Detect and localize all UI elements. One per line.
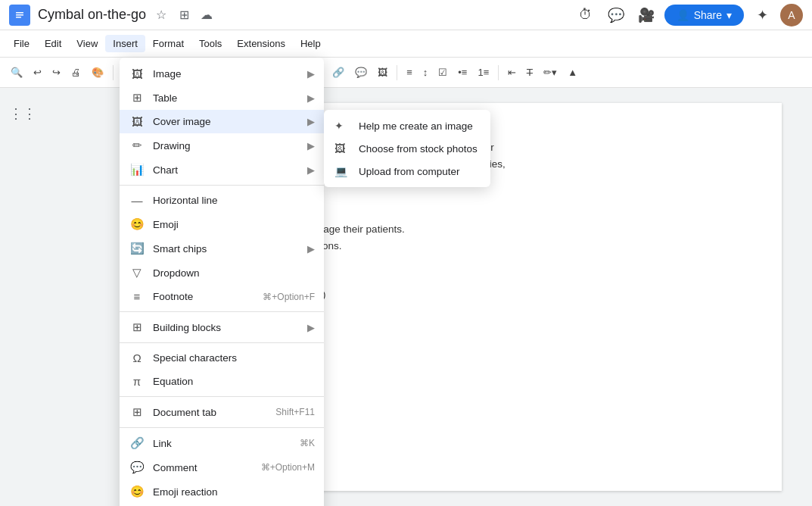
redo-btn[interactable]: ↪ [48, 64, 65, 81]
menu-item-building-blocks[interactable]: ⊞ Building blocks ▶ [120, 315, 324, 339]
help-create-icon: ✦ [334, 120, 351, 132]
footnote-shortcut: ⌘+Option+F [263, 292, 315, 302]
text-style-btn[interactable]: ✏▾ [539, 64, 562, 81]
menu-tools[interactable]: Tools [191, 35, 229, 52]
image-arrow-icon: ▶ [307, 68, 315, 80]
cloud-icon[interactable]: ☁ [198, 6, 216, 24]
table-icon: ⊞ [129, 91, 145, 105]
menu-bar: File Edit View Insert Format Tools Exten… [0, 30, 812, 58]
menu-item-dropdown[interactable]: ▽ Dropdown [120, 261, 324, 285]
link-label: Link [153, 438, 294, 449]
divider-5 [120, 427, 324, 428]
search-toolbar-btn[interactable]: 🔍 [6, 64, 27, 81]
cover-image-label: Cover image [153, 116, 304, 127]
checklist-btn[interactable]: ☑ [434, 64, 452, 81]
print-btn[interactable]: 🖨 [67, 64, 86, 81]
menu-item-comment[interactable]: 💬 Comment ⌘+Option+M [120, 455, 324, 479]
table-arrow-icon: ▶ [307, 92, 315, 104]
emoji-icon: 😊 [129, 217, 145, 231]
menu-edit[interactable]: Edit [37, 35, 69, 52]
menu-help[interactable]: Help [293, 35, 328, 52]
history-icon[interactable]: ⏱ [574, 3, 598, 27]
clear-format-btn[interactable]: T̶ [522, 64, 537, 81]
menu-item-chart[interactable]: 📊 Chart ▶ [120, 158, 324, 182]
menu-item-smart-chips[interactable]: 🔄 Smart chips ▶ [120, 236, 324, 261]
menu-item-footnote[interactable]: ≡ Footnote ⌘+Option+F [120, 285, 324, 308]
share-chevron-icon: ▾ [726, 9, 732, 21]
menu-item-drawing[interactable]: ✏ Drawing ▶ [120, 133, 324, 158]
number-list-btn[interactable]: 1≡ [473, 64, 493, 81]
menu-item-cover-image[interactable]: 🖼 Cover image ▶ ✦ Help me create an imag… [120, 110, 324, 133]
menu-format[interactable]: Format [145, 35, 191, 52]
image-btn[interactable]: 🖼 [373, 64, 392, 81]
cover-image-submenu: ✦ Help me create an image 🖼 Choose from … [324, 110, 490, 187]
svg-rect-2 [16, 14, 23, 16]
bullet-list-btn[interactable]: •≡ [453, 64, 471, 81]
building-blocks-label: Building blocks [153, 322, 304, 333]
submenu-help-create[interactable]: ✦ Help me create an image [324, 114, 490, 137]
help-create-label: Help me create an image [359, 120, 473, 132]
star-icon[interactable]: ☆ [152, 6, 170, 24]
doc-tab-label: Document tab [153, 407, 269, 418]
paint-format-btn[interactable]: 🎨 [87, 64, 108, 81]
building-blocks-arrow-icon: ▶ [307, 322, 315, 333]
menu-item-doc-tab[interactable]: ⊞ Document tab Shift+F11 [120, 400, 324, 424]
emoji-label: Emoji [153, 219, 315, 230]
dropdown-icon: ▽ [129, 266, 145, 280]
equation-icon: π [129, 375, 145, 388]
gemini-icon[interactable]: ✦ [750, 3, 774, 27]
svg-rect-1 [16, 12, 23, 14]
menu-item-table[interactable]: ⊞ Table ▶ [120, 86, 324, 110]
link-shortcut: ⌘K [300, 438, 315, 448]
drawing-arrow-icon: ▶ [307, 140, 315, 151]
meet-icon[interactable]: 🎥 [634, 3, 658, 27]
footnote-icon: ≡ [129, 290, 145, 303]
horizontal-line-icon: — [129, 194, 145, 207]
share-button[interactable]: 👤 Share ▾ [664, 5, 744, 26]
cover-image-arrow-icon: ▶ [307, 116, 315, 127]
comment-shortcut: ⌘+Option+M [261, 462, 315, 473]
line-spacing-btn[interactable]: ↕ [418, 64, 433, 81]
menu-item-equation[interactable]: π Equation [120, 370, 324, 393]
special-chars-icon: Ω [129, 351, 145, 364]
insert-menu: 🖼 Image ▶ ⊞ Table ▶ 🖼 Cover image ▶ ✦ He… [120, 58, 324, 506]
link-icon: 🔗 [129, 436, 145, 450]
menu-item-emoji[interactable]: 😊 Emoji [120, 212, 324, 236]
smart-chips-icon: 🔄 [129, 242, 145, 255]
submenu-upload[interactable]: 💻 Upload from computer [324, 160, 490, 183]
submenu-stock-photos[interactable]: 🖼 Choose from stock photos [324, 137, 490, 160]
indent-less-btn[interactable]: ⇤ [503, 64, 521, 81]
link-btn[interactable]: 🔗 [328, 64, 349, 81]
doc-tab-icon: ⊞ [129, 405, 145, 419]
sidebar-icon[interactable]: ⋮⋮ [12, 103, 33, 124]
image-label: Image [153, 68, 304, 80]
drawing-label: Drawing [153, 140, 304, 151]
doc-title: Cymbal on-the-go [38, 7, 146, 23]
menu-item-emoji-reaction[interactable]: 😊 Emoji reaction [120, 479, 324, 504]
title-icons: ☆ ⊞ ☁ [152, 6, 216, 24]
menu-item-horizontal-line[interactable]: — Horizontal line [120, 189, 324, 212]
undo-btn[interactable]: ↩ [29, 64, 46, 81]
grid-icon[interactable]: ⊞ [175, 6, 193, 24]
align-btn[interactable]: ≡ [402, 64, 417, 81]
menu-item-image[interactable]: 🖼 Image ▶ [120, 62, 324, 86]
avatar[interactable]: A [780, 4, 803, 27]
menu-item-special-chars[interactable]: Ω Special characters [120, 346, 324, 370]
app-icon[interactable] [9, 5, 30, 26]
menu-insert[interactable]: Insert [105, 35, 145, 52]
menu-item-link[interactable]: 🔗 Link ⌘K [120, 431, 324, 455]
stock-photos-icon: 🖼 [334, 142, 351, 155]
menu-file[interactable]: File [6, 35, 37, 52]
menu-view[interactable]: View [69, 35, 105, 52]
header-right: ⏱ 💬 🎥 👤 Share ▾ ✦ A [574, 3, 803, 27]
table-label: Table [153, 92, 304, 104]
toolbar-more-btn[interactable]: ▲ [563, 64, 582, 81]
special-chars-label: Special characters [153, 352, 315, 364]
comment-btn[interactable]: 💬 [350, 64, 372, 81]
comments-icon[interactable]: 💬 [604, 3, 628, 27]
smart-chips-label: Smart chips [153, 243, 304, 255]
menu-extensions[interactable]: Extensions [229, 35, 293, 52]
comment-menu-icon: 💬 [129, 461, 145, 474]
cover-image-icon: 🖼 [129, 115, 145, 128]
upload-icon: 💻 [334, 165, 351, 177]
